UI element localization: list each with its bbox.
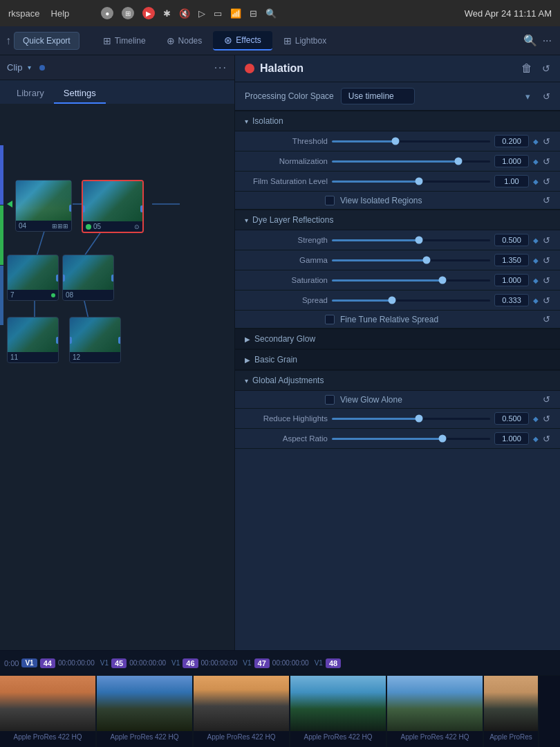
- saturation-slider[interactable]: [332, 279, 490, 282]
- reset-effect-button[interactable]: ↺: [542, 63, 550, 74]
- node-05-connector-left[interactable]: [82, 205, 85, 212]
- search-icon[interactable]: 🔍: [265, 8, 277, 19]
- aspect-ratio-keyframe-button[interactable]: ◆: [533, 435, 539, 443]
- filmstrip-item-5[interactable]: Apple ProRes: [484, 676, 539, 747]
- fine-tune-checkbox[interactable]: [325, 315, 335, 324]
- filmstrip-item-3[interactable]: Apple ProRes 422 HQ: [290, 676, 387, 747]
- threshold-keyframe-button[interactable]: ◆: [533, 138, 539, 145]
- clip-47-number[interactable]: 47: [254, 658, 270, 668]
- strength-value[interactable]: 0.500: [494, 234, 529, 246]
- threshold-reset-button[interactable]: ↺: [543, 136, 550, 147]
- filmstrip-item-0[interactable]: Apple ProRes 422 HQ: [0, 676, 97, 747]
- view-isolated-regions-checkbox[interactable]: [325, 196, 335, 205]
- clip-48-number[interactable]: 48: [326, 658, 341, 668]
- filmstrip-item-4[interactable]: Apple ProRes 422 HQ: [387, 676, 484, 747]
- normalization-reset-button[interactable]: ↺: [543, 156, 550, 167]
- normalization-value[interactable]: 1.000: [494, 155, 529, 167]
- reduce-highlights-value[interactable]: 0.500: [494, 412, 529, 425]
- view-glow-checkbox[interactable]: [325, 395, 335, 405]
- reduce-highlights-slider[interactable]: [332, 418, 490, 420]
- tab-library[interactable]: Library: [7, 84, 54, 104]
- gamma-keyframe-button[interactable]: ◆: [533, 257, 539, 264]
- spread-reset-button[interactable]: ↺: [543, 295, 550, 306]
- node-07-connector-right[interactable]: [56, 275, 59, 282]
- node-04[interactable]: 04 ⊞⊞⊞: [15, 180, 72, 232]
- node-12[interactable]: 12: [69, 317, 121, 363]
- delete-effect-button[interactable]: 🗑: [521, 62, 532, 75]
- gamma-reset-button[interactable]: ↺: [543, 255, 550, 266]
- strength-reset-button[interactable]: ↺: [543, 235, 550, 246]
- film-saturation-keyframe-button[interactable]: ◆: [533, 178, 539, 185]
- spread-slider[interactable]: [332, 299, 490, 302]
- aspect-ratio-reset-button[interactable]: ↺: [543, 434, 550, 444]
- clip-45-number[interactable]: 45: [111, 658, 127, 668]
- strength-slider[interactable]: [332, 239, 490, 241]
- workspace-label[interactable]: rkspace: [8, 8, 40, 19]
- threshold-thumb[interactable]: [391, 138, 399, 145]
- saturation-reset-button[interactable]: ↺: [543, 275, 550, 286]
- processing-reset-button[interactable]: ↺: [543, 91, 550, 102]
- film-saturation-reset-button[interactable]: ↺: [543, 176, 550, 187]
- node-05[interactable]: 05 ⊙: [82, 180, 144, 233]
- saturation-thumb[interactable]: [439, 277, 447, 284]
- aspect-ratio-thumb[interactable]: [439, 435, 447, 443]
- isolation-section-header[interactable]: ▾ Isolation: [235, 111, 560, 131]
- gamma-value[interactable]: 1.350: [494, 254, 529, 266]
- normalization-keyframe-button[interactable]: ◆: [533, 158, 539, 165]
- strength-keyframe-button[interactable]: ◆: [533, 237, 539, 244]
- view-isolated-reset-button[interactable]: ↺: [543, 195, 550, 205]
- fine-tune-reset-button[interactable]: ↺: [543, 314, 550, 324]
- gamma-thumb[interactable]: [423, 257, 431, 264]
- node-08-connector-left[interactable]: [62, 275, 65, 282]
- clip-options-button[interactable]: ···: [214, 62, 227, 74]
- threshold-slider[interactable]: [332, 140, 490, 142]
- timeline-clip-45[interactable]: 45 00:00:00:00 V1: [111, 658, 180, 668]
- node-12-connector-right[interactable]: [118, 337, 121, 344]
- processing-select[interactable]: Use timeline: [341, 88, 415, 104]
- strength-thumb[interactable]: [415, 237, 422, 244]
- filmstrip-item-1[interactable]: Apple ProRes 422 HQ: [97, 676, 194, 747]
- dye-layer-section-header[interactable]: ▾ Dye Layer Reflections: [235, 210, 560, 230]
- film-saturation-value[interactable]: 1.00: [494, 175, 529, 187]
- timeline-clip-48[interactable]: 48: [326, 658, 346, 668]
- timeline-clip-44[interactable]: 44 00:00:00:00 V1: [40, 658, 109, 668]
- normalization-thumb[interactable]: [455, 158, 463, 165]
- node-05-connector-right[interactable]: [140, 205, 144, 212]
- reduce-highlights-thumb[interactable]: [415, 415, 422, 423]
- node-07[interactable]: 7: [7, 255, 59, 301]
- saturation-value[interactable]: 1.000: [494, 274, 529, 286]
- filmstrip-item-2[interactable]: Apple ProRes 422 HQ: [194, 676, 290, 747]
- spread-thumb[interactable]: [389, 297, 396, 304]
- saturation-keyframe-button[interactable]: ◆: [533, 277, 539, 284]
- tab-timeline[interactable]: ⊞ Timeline: [93, 32, 156, 50]
- clip-46-number[interactable]: 46: [183, 658, 198, 668]
- secondary-glow-section-header[interactable]: ▶ Secondary Glow: [235, 329, 560, 349]
- node-12-connector-left[interactable]: [69, 337, 72, 344]
- clip-44-number[interactable]: 44: [40, 658, 55, 668]
- timeline-clip-46[interactable]: 46 00:00:00:00 V1: [183, 658, 251, 668]
- tab-settings[interactable]: Settings: [54, 84, 106, 104]
- node-08[interactable]: 08: [62, 255, 114, 301]
- reduce-highlights-keyframe-button[interactable]: ◆: [533, 415, 539, 423]
- gamma-slider[interactable]: [332, 259, 490, 261]
- reduce-highlights-reset-button[interactable]: ↺: [543, 414, 550, 424]
- view-glow-reset-button[interactable]: ↺: [543, 394, 550, 405]
- quick-export-button[interactable]: Quick Export: [14, 32, 80, 50]
- tab-lightbox[interactable]: ⊞ Lightbox: [274, 32, 336, 50]
- spread-value[interactable]: 0.333: [494, 294, 529, 306]
- node-04-connector-right[interactable]: [69, 205, 72, 212]
- aspect-ratio-value[interactable]: 1.000: [494, 432, 529, 445]
- node-08-connector-right[interactable]: [111, 275, 114, 282]
- global-adjustments-section-header[interactable]: ▾ Global Adjustments: [235, 370, 560, 391]
- normalization-slider[interactable]: [332, 160, 490, 163]
- timeline-clip-47[interactable]: 47 00:00:00:00 V1: [254, 658, 323, 668]
- film-saturation-thumb[interactable]: [415, 178, 422, 185]
- tab-nodes[interactable]: ⊕ Nodes: [157, 32, 212, 50]
- aspect-ratio-slider[interactable]: [332, 438, 490, 440]
- more-options-button[interactable]: ···: [540, 35, 554, 47]
- film-saturation-slider[interactable]: [332, 181, 490, 183]
- node-11[interactable]: 11: [7, 317, 59, 363]
- node-11-connector-right[interactable]: [56, 337, 59, 344]
- spread-keyframe-button[interactable]: ◆: [533, 297, 539, 304]
- enabled-indicator[interactable]: [245, 64, 254, 73]
